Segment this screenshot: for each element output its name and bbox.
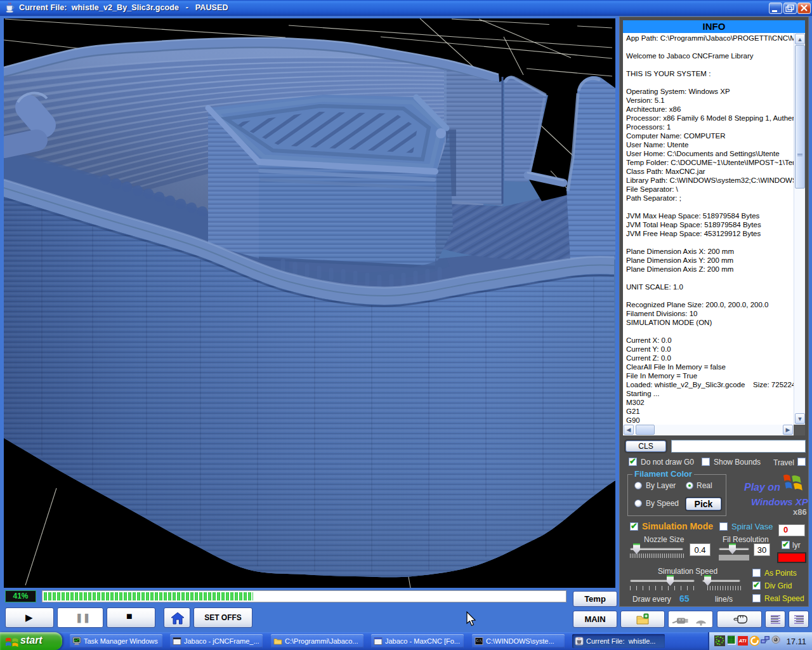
svg-text:C:\: C:\ xyxy=(476,639,481,642)
svg-text:ATI: ATI xyxy=(738,638,747,644)
